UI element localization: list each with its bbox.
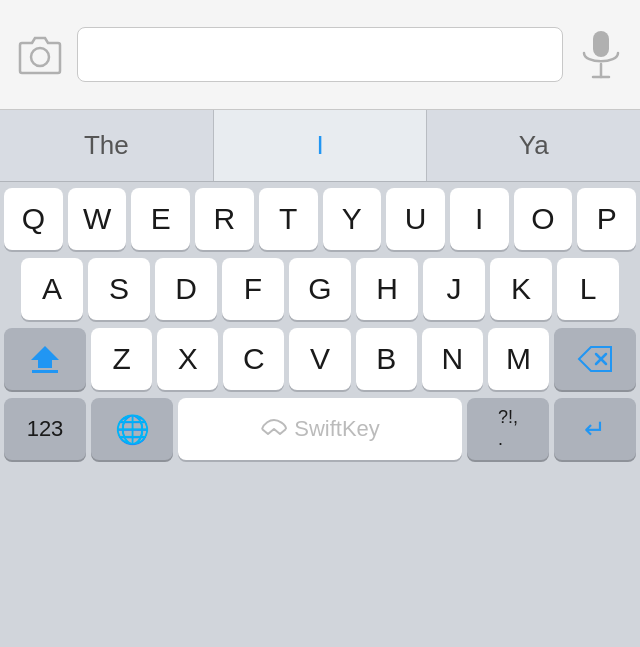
key-b[interactable]: B [356, 328, 417, 390]
key-row-4: 123 🌐 SwiftKey ?!,. ↵ [4, 398, 636, 460]
key-t[interactable]: T [259, 188, 318, 250]
key-x[interactable]: X [157, 328, 218, 390]
key-d[interactable]: D [155, 258, 217, 320]
special-key[interactable]: ?!,. [467, 398, 549, 460]
prediction-bar: The I Ya [0, 110, 640, 182]
key-o[interactable]: O [514, 188, 573, 250]
key-g[interactable]: G [289, 258, 351, 320]
shift-key[interactable] [4, 328, 86, 390]
swiftkey-logo: SwiftKey [260, 416, 380, 442]
key-h[interactable]: H [356, 258, 418, 320]
search-input[interactable] [77, 27, 563, 82]
space-key[interactable]: SwiftKey [178, 398, 462, 460]
key-row-3: Z X C V B N M [4, 328, 636, 390]
top-bar [0, 0, 640, 110]
key-s[interactable]: S [88, 258, 150, 320]
key-n[interactable]: N [422, 328, 483, 390]
key-u[interactable]: U [386, 188, 445, 250]
prediction-left[interactable]: The [0, 110, 214, 181]
key-p[interactable]: P [577, 188, 636, 250]
key-e[interactable]: E [131, 188, 190, 250]
key-y[interactable]: Y [323, 188, 382, 250]
return-icon: ↵ [584, 414, 606, 445]
key-q[interactable]: Q [4, 188, 63, 250]
key-j[interactable]: J [423, 258, 485, 320]
mic-icon [580, 29, 622, 81]
camera-button[interactable] [12, 27, 67, 82]
key-w[interactable]: W [68, 188, 127, 250]
prediction-middle[interactable]: I [214, 110, 428, 181]
backspace-icon [577, 345, 613, 373]
key-l[interactable]: L [557, 258, 619, 320]
mic-button[interactable] [573, 27, 628, 82]
key-k[interactable]: K [490, 258, 552, 320]
camera-icon [16, 35, 64, 75]
numbers-key[interactable]: 123 [4, 398, 86, 460]
key-i[interactable]: I [450, 188, 509, 250]
keyboard: Q W E R T Y U I O P A S D F G H J K L Z … [0, 182, 640, 460]
shift-icon [31, 346, 59, 373]
key-r[interactable]: R [195, 188, 254, 250]
prediction-right[interactable]: Ya [427, 110, 640, 181]
key-row-2: A S D F G H J K L [4, 258, 636, 320]
backspace-key[interactable] [554, 328, 636, 390]
key-v[interactable]: V [289, 328, 350, 390]
key-m[interactable]: M [488, 328, 549, 390]
key-c[interactable]: C [223, 328, 284, 390]
globe-icon: 🌐 [115, 413, 150, 446]
key-f[interactable]: F [222, 258, 284, 320]
key-z[interactable]: Z [91, 328, 152, 390]
svg-point-0 [31, 48, 49, 66]
key-a[interactable]: A [21, 258, 83, 320]
globe-key[interactable]: 🌐 [91, 398, 173, 460]
key-row-1: Q W E R T Y U I O P [4, 188, 636, 250]
svg-rect-1 [593, 31, 609, 57]
return-key[interactable]: ↵ [554, 398, 636, 460]
